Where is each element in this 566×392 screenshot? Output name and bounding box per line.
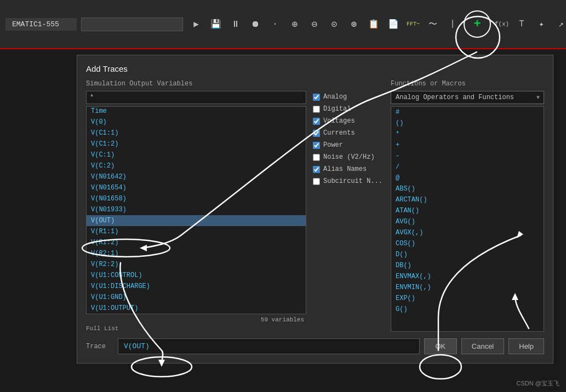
currents-checkbox[interactable] xyxy=(313,130,320,137)
trace-label: Trace xyxy=(86,343,113,350)
list-item[interactable]: V(0) xyxy=(87,117,306,128)
func-item[interactable]: AVGX(,) xyxy=(391,227,544,238)
func-item[interactable]: * xyxy=(391,129,544,140)
variables-search[interactable] xyxy=(86,91,306,104)
wave-icon[interactable]: 〜 xyxy=(424,15,442,33)
arrow-icon[interactable]: ↗ xyxy=(552,15,566,33)
watermark: CSDN @宝玉飞 xyxy=(517,379,559,388)
list-item[interactable]: V(N01658) xyxy=(87,193,306,204)
dot-icon[interactable]: · xyxy=(266,15,284,33)
power-label: Power xyxy=(323,141,343,149)
add-traces-dialog: Add Traces Simulation Output Variables T… xyxy=(77,55,553,364)
variables-label: Simulation Output Variables xyxy=(86,80,306,88)
stop-icon[interactable]: ⏺ xyxy=(247,15,264,33)
trace-input[interactable] xyxy=(118,338,420,354)
filter-alias[interactable]: Alias Names xyxy=(313,165,384,173)
func-item[interactable]: AVG() xyxy=(391,216,544,227)
cancel-button[interactable]: Cancel xyxy=(461,338,504,354)
list-item[interactable]: V(R1:1) xyxy=(87,226,306,237)
toolbar: EMATIC1-555 ▶ 💾 ⏸ ⏺ · ⊕ ⊖ ⊙ ⊛ 📋 📄 FFT~ 〜… xyxy=(0,0,566,49)
voltages-checkbox[interactable] xyxy=(313,118,320,125)
func-item[interactable]: EXP() xyxy=(391,293,544,304)
save-icon[interactable]: 💾 xyxy=(207,15,225,33)
func-item[interactable]: / xyxy=(391,162,544,172)
list-item[interactable]: Time xyxy=(87,106,306,117)
list-item[interactable]: V(C:2) xyxy=(87,160,306,171)
toolbar-title: EMATIC1-555 xyxy=(5,18,77,31)
zoom-out-icon[interactable]: ⊖ xyxy=(306,15,323,33)
analog-label: Analog xyxy=(323,93,347,101)
bottom-bar: Trace OK Cancel Help xyxy=(86,338,544,354)
dialog-content: Simulation Output Variables TimeV(0)V(C1… xyxy=(86,80,544,332)
alias-label: Alias Names xyxy=(323,165,367,173)
help-button[interactable]: Help xyxy=(508,338,544,354)
list-item[interactable]: V(N01933) xyxy=(87,204,306,215)
zoom-in-icon[interactable]: ⊕ xyxy=(286,15,304,33)
func-item[interactable]: ARCTAN() xyxy=(391,194,544,205)
func-item[interactable]: D() xyxy=(391,249,544,260)
var-count: 59 variables xyxy=(86,316,306,323)
power-checkbox[interactable] xyxy=(313,142,320,149)
list-item[interactable]: V(R2:2) xyxy=(87,259,306,270)
func-item[interactable]: DB() xyxy=(391,260,544,271)
zoom-full-icon[interactable]: ⊛ xyxy=(345,15,363,33)
variables-list[interactable]: TimeV(0)V(C1:1)V(C1:2)V(C:1)V(C:2)V(N016… xyxy=(86,106,306,314)
digital-checkbox[interactable] xyxy=(313,106,320,113)
filter-power[interactable]: Power xyxy=(313,141,384,149)
fft-icon[interactable]: FFT~ xyxy=(404,15,422,33)
paste-icon[interactable]: 📄 xyxy=(385,15,402,33)
list-item[interactable]: V(U1:CONTROL) xyxy=(87,270,306,281)
list-item[interactable]: V(R1:2) xyxy=(87,237,306,248)
noise-checkbox[interactable] xyxy=(313,154,320,161)
list-item[interactable]: V(N01642) xyxy=(87,171,306,182)
func-item[interactable]: - xyxy=(391,151,544,162)
right-panel: Functions or Macros Analog Operators and… xyxy=(391,80,544,332)
function-icon[interactable]: f(x) xyxy=(493,15,511,33)
subcircuit-checkbox[interactable] xyxy=(313,178,320,185)
play-icon[interactable]: ▶ xyxy=(187,15,205,33)
list-item[interactable]: V(C1:2) xyxy=(87,139,306,149)
list-item[interactable]: V(R2:1) xyxy=(87,248,306,259)
filter-noise[interactable]: Noise (V2/Hz) xyxy=(313,153,384,161)
func-item[interactable]: # xyxy=(391,107,544,118)
ok-button[interactable]: OK xyxy=(424,338,457,354)
list-item[interactable]: V(U1:DISCHARGE) xyxy=(87,281,306,292)
list-item[interactable]: V(N01654) xyxy=(87,182,306,193)
func-item[interactable]: + xyxy=(391,140,544,151)
func-item[interactable]: @ xyxy=(391,172,544,183)
list-item[interactable]: V(U1:GND) xyxy=(87,292,306,303)
func-item[interactable]: () xyxy=(391,118,544,129)
list-item[interactable]: V(C1:1) xyxy=(87,128,306,139)
func-item[interactable]: ABS() xyxy=(391,183,544,194)
filters-panel: Analog Digital Voltages Currents Power N… xyxy=(313,80,384,332)
text-icon[interactable]: T xyxy=(513,15,530,33)
analog-checkbox[interactable] xyxy=(313,94,320,101)
functions-dropdown-wrapper[interactable]: Analog Operators and Functions ▼ xyxy=(391,91,544,104)
filter-subcircuit[interactable]: Subcircuit N... xyxy=(313,177,384,185)
list-item[interactable]: V(U1:OUTPUT) xyxy=(87,303,306,314)
functions-list[interactable]: #()*+-/@ABS()ARCTAN()ATAN()AVG()AVGX(,)C… xyxy=(391,106,544,332)
func-item[interactable]: ENVMAX(,) xyxy=(391,271,544,282)
list-item[interactable]: V(C:1) xyxy=(87,149,306,160)
filter-analog[interactable]: Analog xyxy=(313,93,384,101)
func-item[interactable]: ENVMIN(,) xyxy=(391,282,544,293)
pause-icon[interactable]: ⏸ xyxy=(227,15,244,33)
func-item[interactable]: ATAN() xyxy=(391,205,544,216)
func-item[interactable]: G() xyxy=(391,304,544,315)
voltages-label: Voltages xyxy=(323,117,355,125)
add-trace-button-circle[interactable]: + xyxy=(464,10,491,38)
filter-voltages[interactable]: Voltages xyxy=(313,117,384,125)
fit-icon[interactable]: ⊙ xyxy=(325,15,343,33)
bar-icon[interactable]: | xyxy=(444,15,461,33)
subcircuit-label: Subcircuit N... xyxy=(323,177,382,185)
func-item[interactable]: COS() xyxy=(391,238,544,249)
copy-icon[interactable]: 📋 xyxy=(365,15,382,33)
left-panel: Simulation Output Variables TimeV(0)V(C1… xyxy=(86,80,306,332)
toolbar-search[interactable] xyxy=(81,18,183,31)
functions-dropdown[interactable]: Analog Operators and Functions xyxy=(391,91,544,104)
alias-checkbox[interactable] xyxy=(313,166,320,173)
filter-digital[interactable]: Digital xyxy=(313,105,384,113)
list-item[interactable]: V(OUT) xyxy=(87,215,306,226)
sparkle-icon[interactable]: ✦ xyxy=(533,15,550,33)
filter-currents[interactable]: Currents xyxy=(313,129,384,137)
